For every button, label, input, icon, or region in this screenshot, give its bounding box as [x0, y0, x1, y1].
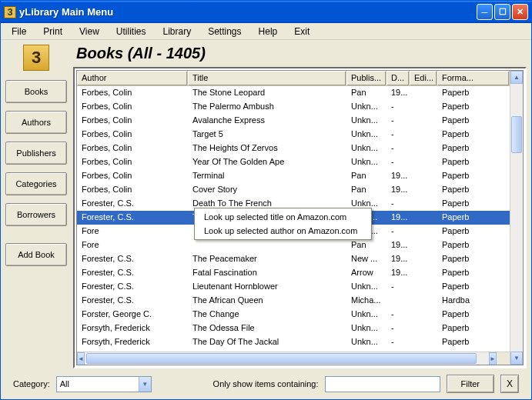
column-header[interactable]: Edi... [410, 71, 437, 86]
table-row[interactable]: ForePan19...Paperb [77, 238, 510, 252]
context-menu-item[interactable]: Look up selected author on Amazon.com [196, 224, 370, 238]
table-row[interactable]: Forester, C.S.Fatal FascinationArrow19..… [77, 266, 510, 280]
cell-title: Year Of The Golden Ape [188, 155, 346, 169]
cell-author: Fore [77, 238, 188, 252]
logo-icon: 3 [23, 45, 49, 71]
horizontal-scrollbar[interactable]: ◄ ► [77, 352, 510, 365]
cell-date: 19... [386, 238, 410, 252]
cell-edi [410, 322, 437, 335]
table-row[interactable]: Forbes, ColinTerminalPan19...Paperb [77, 169, 510, 183]
cell-date: - [386, 114, 410, 128]
minimize-button[interactable]: ─ [477, 4, 493, 20]
cell-fmt: Paperb [437, 280, 510, 294]
menu-print[interactable]: Print [35, 25, 70, 38]
sidebar-button-authors[interactable]: Authors [5, 111, 67, 134]
app-icon: 3 [4, 6, 16, 18]
chevron-down-icon[interactable]: ▼ [139, 377, 151, 392]
menu-file[interactable]: File [4, 25, 34, 38]
cell-edi [410, 100, 437, 114]
cell-fmt: Hardba [437, 294, 510, 308]
filter-input[interactable] [325, 376, 440, 392]
cell-edi [410, 238, 437, 252]
sidebar-button-add-book[interactable]: Add Book [5, 243, 67, 266]
sidebar-button-borrowers[interactable]: Borrowers [5, 203, 67, 226]
cell-pub: New ... [346, 252, 386, 266]
cell-author: Forester, C.S. [77, 294, 188, 308]
column-header[interactable]: Forma... [437, 71, 510, 86]
clear-filter-button[interactable]: X [500, 375, 519, 393]
table-row[interactable]: Forester, C.S.Lieutenant HornblowerUnkn.… [77, 280, 510, 294]
scroll-left-button[interactable]: ◄ [77, 352, 85, 365]
cell-fmt: Paperb [437, 142, 510, 155]
cell-author: Forbes, Colin [77, 100, 188, 114]
cell-author: Forbes, Colin [77, 114, 188, 128]
cell-fmt: Paperb [437, 211, 510, 225]
vscroll-thumb[interactable] [511, 116, 522, 153]
cell-author: Forbes, Colin [77, 142, 188, 155]
table-row[interactable]: Forbes, ColinCover StoryPan19...Paperb [77, 183, 510, 197]
cell-fmt: Paperb [437, 155, 510, 169]
cell-date: 19... [386, 86, 410, 100]
sidebar-button-categories[interactable]: Categories [5, 172, 67, 195]
cell-title: The Palermo Ambush [188, 100, 346, 114]
scroll-down-button[interactable]: ▼ [510, 352, 523, 365]
table-row[interactable]: Forester, C.S.The PeacemakerNew ...19...… [77, 252, 510, 266]
column-header[interactable]: Author [77, 71, 188, 86]
table-row[interactable]: Forbes, ColinTarget 5Unkn...-Paperb [77, 128, 510, 142]
menu-library[interactable]: Library [156, 25, 199, 38]
cell-date: - [386, 308, 410, 322]
cell-pub: Unkn... [346, 280, 386, 294]
menu-view[interactable]: View [72, 25, 107, 38]
cell-title: Avalanche Express [188, 114, 346, 128]
cell-title: The Odessa File [188, 322, 346, 335]
menu-help[interactable]: Help [251, 25, 286, 38]
hscroll-thumb[interactable] [86, 353, 477, 364]
table-row[interactable]: Forbes, ColinAvalanche ExpressUnkn...-Pa… [77, 114, 510, 128]
column-header[interactable]: D... [386, 71, 410, 86]
cell-pub: Unkn... [346, 100, 386, 114]
cell-author: Forbes, Colin [77, 183, 188, 197]
table-row[interactable]: Forsyth, FrederickThe Odessa FileUnkn...… [77, 322, 510, 335]
category-select[interactable]: All ▼ [56, 376, 152, 392]
table-row[interactable]: Forbes, ColinThe Palermo AmbushUnkn...-P… [77, 100, 510, 114]
cell-fmt: Paperb [437, 183, 510, 197]
cell-pub: Unkn... [346, 322, 386, 335]
sidebar-button-books[interactable]: Books [5, 80, 67, 103]
cell-title: The African Queen [188, 294, 346, 308]
column-header[interactable]: Title [188, 71, 346, 86]
cell-edi [410, 183, 437, 197]
table-row[interactable]: Forester, C.S.The African QueenMicha...H… [77, 294, 510, 308]
context-menu: Look up selected title on Amazon.comLook… [194, 208, 372, 240]
menu-exit[interactable]: Exit [286, 25, 317, 38]
close-button[interactable]: ✕ [512, 4, 528, 20]
table-row[interactable]: Forbes, ColinYear Of The Golden ApeUnkn.… [77, 155, 510, 169]
context-menu-item[interactable]: Look up selected title on Amazon.com [196, 210, 370, 224]
cell-edi [410, 225, 437, 238]
menu-utilities[interactable]: Utilities [109, 25, 154, 38]
menu-settings[interactable]: Settings [200, 25, 249, 38]
titlebar[interactable]: 3 yLibrary Main Menu ─ ☐ ✕ [1, 1, 531, 23]
scroll-up-button[interactable]: ▲ [510, 71, 523, 84]
cell-title: The Heights Of Zervos [188, 142, 346, 155]
filter-button[interactable]: Filter [447, 375, 494, 393]
cell-author: Fore [77, 225, 188, 238]
cell-fmt: Paperb [437, 335, 510, 349]
maximize-button[interactable]: ☐ [494, 4, 510, 20]
menubar: FilePrintViewUtilitiesLibrarySettingsHel… [1, 23, 531, 40]
cell-edi [410, 114, 437, 128]
table-row[interactable]: Forbes, ColinThe Heights Of ZervosUnkn..… [77, 142, 510, 155]
table-row[interactable]: Forster, George C.The ChangeUnkn...-Pape… [77, 308, 510, 322]
vertical-scrollbar[interactable]: ▲ ▼ [510, 71, 523, 365]
scroll-right-button[interactable]: ► [489, 352, 497, 365]
sidebar-button-publishers[interactable]: Publishers [5, 142, 67, 165]
cell-title: Lieutenant Hornblower [188, 280, 346, 294]
table-row[interactable]: Forsyth, FrederickThe Day Of The JackalU… [77, 335, 510, 349]
cell-pub: Pan [346, 86, 386, 100]
cell-author: Forbes, Colin [77, 169, 188, 183]
cell-date: - [386, 155, 410, 169]
cell-pub: Pan [346, 183, 386, 197]
table-row[interactable]: Forbes, ColinThe Stone LeopardPan19...Pa… [77, 86, 510, 100]
cell-fmt: Paperb [437, 225, 510, 238]
column-header[interactable]: Publis... [346, 71, 386, 86]
filter-label: Only show items containing: [213, 379, 319, 388]
